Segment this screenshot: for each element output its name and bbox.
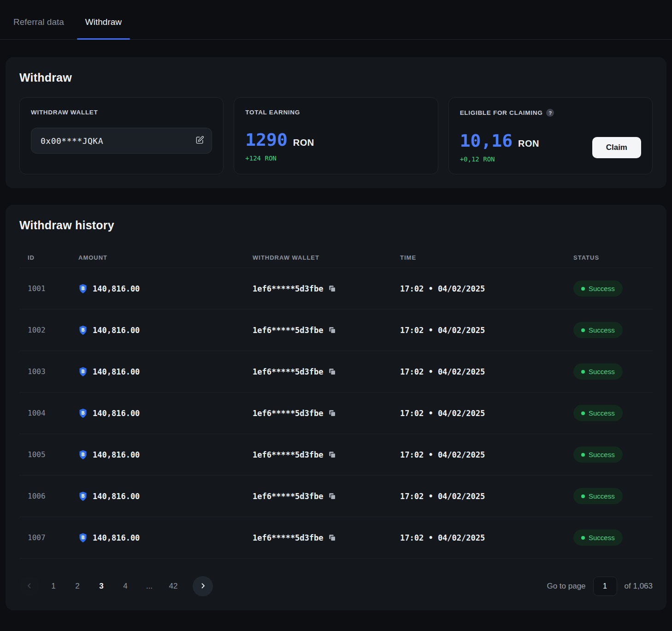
goto-page-label: Go to page bbox=[547, 582, 585, 591]
row-id: 1002 bbox=[28, 326, 78, 334]
token-icon: B bbox=[78, 325, 88, 335]
row-amount: B 140,816.00 bbox=[78, 533, 253, 543]
copy-icon[interactable] bbox=[329, 410, 336, 417]
svg-text:B: B bbox=[81, 410, 85, 415]
prev-page-button[interactable] bbox=[19, 576, 40, 596]
token-icon: B bbox=[78, 408, 88, 418]
token-icon: B bbox=[78, 284, 88, 294]
token-icon: B bbox=[78, 491, 88, 501]
row-amount: B 140,816.00 bbox=[78, 367, 253, 377]
svg-text:B: B bbox=[81, 493, 85, 498]
withdraw-wallet-card: WITHDRAW WALLET 0x00****JQKA bbox=[19, 97, 224, 174]
page-number-42[interactable]: 42 bbox=[163, 576, 183, 596]
row-wallet: 1ef6*****5d3fbe bbox=[253, 450, 400, 459]
col-header-wallet: WITHDRAW WALLET bbox=[253, 254, 400, 261]
status-dot-icon bbox=[581, 536, 585, 540]
row-id: 1005 bbox=[28, 450, 78, 459]
row-wallet: 1ef6*****5d3fbe bbox=[253, 492, 400, 501]
claim-button[interactable]: Claim bbox=[592, 137, 641, 158]
copy-icon[interactable] bbox=[329, 327, 336, 334]
edit-icon bbox=[195, 136, 204, 146]
token-icon: B bbox=[78, 450, 88, 460]
svg-text:B: B bbox=[81, 286, 85, 291]
row-status: Success bbox=[573, 322, 653, 338]
row-amount-value: 140,816.00 bbox=[93, 367, 140, 376]
row-id: 1004 bbox=[28, 409, 78, 417]
goto-page-input[interactable] bbox=[593, 577, 617, 596]
row-id: 1003 bbox=[28, 367, 78, 376]
eligible-delta: +0,12 RON bbox=[460, 155, 539, 163]
wallet-address-field[interactable]: 0x00****JQKA bbox=[31, 128, 212, 154]
withdraw-history-card: Withdraw history ID AMOUNT WITHDRAW WALL… bbox=[6, 205, 666, 610]
row-wallet: 1ef6*****5d3fbe bbox=[253, 409, 400, 418]
total-earning-card: TOTAL EARNING 1290 RON +124 RON bbox=[234, 97, 438, 174]
total-earning-value-row: 1290 RON bbox=[245, 130, 426, 150]
page-number-3[interactable]: 3 bbox=[91, 576, 112, 596]
status-dot-icon bbox=[581, 287, 585, 291]
status-label: Success bbox=[589, 409, 615, 417]
page-number-2[interactable]: 2 bbox=[67, 576, 88, 596]
withdraw-wallet-label: WITHDRAW WALLET bbox=[31, 109, 212, 116]
svg-text:B: B bbox=[81, 369, 85, 374]
row-time: 17:02 • 04/02/2025 bbox=[400, 284, 573, 293]
svg-text:B: B bbox=[81, 452, 85, 457]
col-header-time: TIME bbox=[400, 254, 573, 261]
row-wallet: 1ef6*****5d3fbe bbox=[253, 326, 400, 335]
withdraw-history-title: Withdraw history bbox=[19, 219, 653, 232]
table-row: 1001 B 140,816.00 1ef6*****5d3fbe 17:02 … bbox=[19, 268, 653, 310]
row-wallet-value: 1ef6*****5d3fbe bbox=[253, 367, 324, 376]
status-label: Success bbox=[589, 285, 615, 292]
status-badge: Success bbox=[573, 530, 623, 546]
table-row: 1003 B 140,816.00 1ef6*****5d3fbe 17:02 … bbox=[19, 351, 653, 393]
total-earning-delta: +124 RON bbox=[245, 155, 426, 162]
copy-icon[interactable] bbox=[329, 285, 336, 292]
eligible-label: ELIGIBLE FOR CLAIMING bbox=[460, 109, 543, 116]
eligible-value: 10,16 bbox=[460, 131, 513, 151]
eligible-value-block: 10,16 RON +0,12 RON bbox=[460, 117, 539, 163]
status-label: Success bbox=[589, 534, 615, 542]
row-wallet-value: 1ef6*****5d3fbe bbox=[253, 409, 324, 418]
total-earning-label: TOTAL EARNING bbox=[245, 109, 426, 116]
row-amount-value: 140,816.00 bbox=[93, 533, 140, 542]
chevron-right-icon bbox=[199, 582, 207, 591]
goto-page-group: Go to page of 1,063 bbox=[547, 577, 653, 596]
row-time: 17:02 • 04/02/2025 bbox=[400, 492, 573, 501]
row-wallet-value: 1ef6*****5d3fbe bbox=[253, 533, 324, 542]
page-number-1[interactable]: 1 bbox=[43, 576, 64, 596]
copy-icon[interactable] bbox=[329, 451, 336, 458]
copy-icon[interactable] bbox=[329, 493, 336, 500]
pagination: 1 2 3 4 ... 42 Go to page of 1,063 bbox=[19, 576, 653, 596]
status-dot-icon bbox=[581, 328, 585, 332]
row-wallet-value: 1ef6*****5d3fbe bbox=[253, 450, 324, 459]
tab-referral-data[interactable]: Referral data bbox=[12, 17, 65, 39]
withdraw-card-title: Withdraw bbox=[19, 71, 653, 84]
copy-icon[interactable] bbox=[329, 534, 336, 542]
tab-bar: Referral data Withdraw bbox=[0, 0, 672, 40]
table-row: 1004 B 140,816.00 1ef6*****5d3fbe 17:02 … bbox=[19, 393, 653, 434]
total-earning-value: 1290 bbox=[245, 130, 288, 150]
status-dot-icon bbox=[581, 411, 585, 415]
help-icon[interactable]: ? bbox=[546, 109, 554, 117]
wallet-address-value: 0x00****JQKA bbox=[41, 136, 103, 146]
page-ellipsis: ... bbox=[139, 576, 159, 596]
page-number-4[interactable]: 4 bbox=[115, 576, 136, 596]
row-status: Success bbox=[573, 446, 653, 463]
copy-icon[interactable] bbox=[329, 368, 336, 375]
edit-wallet-button[interactable] bbox=[195, 136, 204, 146]
next-page-button[interactable] bbox=[193, 576, 213, 596]
row-amount-value: 140,816.00 bbox=[93, 492, 140, 501]
total-earning-currency: RON bbox=[293, 137, 314, 148]
status-label: Success bbox=[589, 492, 615, 500]
status-dot-icon bbox=[581, 370, 585, 374]
row-amount: B 140,816.00 bbox=[78, 325, 253, 335]
status-badge: Success bbox=[573, 280, 623, 297]
status-label: Success bbox=[589, 368, 615, 375]
status-label: Success bbox=[589, 326, 615, 334]
eligible-amount-row: 10,16 RON bbox=[460, 131, 539, 151]
eligible-label-row: ELIGIBLE FOR CLAIMING ? bbox=[460, 109, 641, 117]
row-time: 17:02 • 04/02/2025 bbox=[400, 409, 573, 418]
row-wallet-value: 1ef6*****5d3fbe bbox=[253, 326, 324, 335]
tab-withdraw[interactable]: Withdraw bbox=[84, 17, 123, 39]
status-dot-icon bbox=[581, 494, 585, 498]
svg-text:B: B bbox=[81, 327, 85, 332]
